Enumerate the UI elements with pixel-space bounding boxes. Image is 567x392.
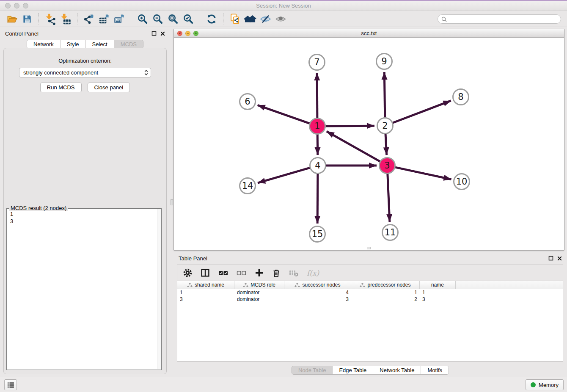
edge-1-to-7[interactable] — [317, 73, 317, 119]
import-table-button[interactable] — [58, 12, 73, 26]
graph-node-9[interactable]: 9 — [377, 54, 392, 69]
graph-node-15[interactable]: 15 — [310, 226, 325, 242]
refresh-view-button[interactable] — [204, 12, 219, 26]
edge-4-to-14[interactable] — [258, 168, 311, 183]
window-zoom-button[interactable] — [23, 3, 28, 8]
column-header-successor-nodes[interactable]: successor nodes — [284, 281, 351, 289]
tab-edge-table[interactable]: Edge Table — [332, 366, 373, 374]
network-canvas[interactable]: 1234678910111415 — [174, 38, 564, 250]
optimization-criterion-label: Optimization criterion: — [4, 58, 166, 64]
zoom-out-button[interactable] — [150, 12, 165, 26]
close-panel-icon[interactable] — [557, 256, 562, 261]
export-network-button[interactable] — [81, 12, 96, 26]
edge-1-to-6[interactable] — [258, 105, 311, 124]
tab-node-table[interactable]: Node Table — [292, 366, 333, 374]
window-minimize-button[interactable] — [14, 3, 19, 8]
graph-node-1[interactable]: 1 — [310, 119, 325, 134]
splitter-handle-icon[interactable] — [171, 199, 173, 205]
tab-network[interactable]: Network — [27, 40, 60, 48]
panel-splitter[interactable] — [170, 27, 173, 377]
edge-1-to-2[interactable] — [325, 126, 374, 126]
deselect-all-icon[interactable] — [237, 269, 246, 277]
graph-node-2[interactable]: 2 — [377, 118, 393, 134]
import-network-button[interactable] — [43, 12, 58, 26]
close-panel-button[interactable]: Close panel — [88, 83, 130, 92]
float-panel-icon[interactable] — [548, 256, 553, 261]
search-field[interactable] — [438, 14, 561, 24]
tab-mcds[interactable]: MCDS — [114, 40, 143, 48]
show-all-networks-button[interactable] — [242, 12, 258, 26]
canvas-resize-handle[interactable] — [367, 247, 371, 249]
tab-network-table[interactable]: Network Table — [373, 366, 421, 374]
table-row[interactable]: 3dominator323 — [177, 296, 563, 303]
float-panel-icon[interactable] — [151, 31, 157, 36]
zoom-in-icon — [137, 14, 149, 25]
task-history-button[interactable] — [4, 379, 17, 390]
show-graphics-details-button[interactable] — [273, 12, 288, 26]
column-header-MCDS-role[interactable]: MCDS role — [234, 281, 284, 289]
export-network-icon — [83, 14, 95, 25]
network-close-button[interactable]: × — [177, 31, 182, 36]
export-image-button[interactable] — [112, 12, 127, 26]
open-file-button[interactable] — [4, 12, 19, 26]
graph-node-11[interactable]: 11 — [383, 225, 398, 240]
edge-3-to-11[interactable] — [388, 173, 390, 222]
close-panel-icon[interactable] — [160, 31, 165, 36]
network-minimize-button[interactable]: − — [185, 31, 190, 36]
edge-4-to-15[interactable] — [317, 173, 318, 224]
graph-node-4[interactable]: 4 — [310, 158, 326, 174]
table-cell: 1 — [351, 289, 420, 296]
delete-column-icon[interactable] — [272, 268, 281, 278]
edge-2-to-3[interactable] — [385, 133, 387, 155]
add-column-icon[interactable] — [255, 268, 264, 277]
window-title: Session: New Session — [0, 1, 567, 11]
edge-2-to-8[interactable] — [392, 101, 451, 123]
column-header-name[interactable]: name — [420, 281, 456, 289]
sort-column-icon — [243, 283, 248, 287]
search-input[interactable] — [449, 16, 557, 22]
network-maximize-button[interactable]: + — [193, 31, 198, 36]
node-label: 14 — [242, 181, 253, 191]
application-window: Session: New Session — [0, 0, 567, 392]
graph-node-8[interactable]: 8 — [453, 89, 469, 105]
zoom-selected-button[interactable] — [181, 12, 196, 26]
tab-motifs[interactable]: Motifs — [421, 366, 449, 374]
criterion-selected-value: strongly connected component — [23, 69, 143, 76]
first-neighbors-button[interactable] — [227, 12, 242, 26]
run-mcds-button[interactable]: Run MCDS — [40, 83, 82, 92]
column-header-shared-name[interactable]: shared name — [177, 281, 234, 289]
node-label: 2 — [382, 121, 388, 131]
graph-node-3[interactable]: 3 — [380, 158, 395, 174]
zoom-out-icon — [152, 14, 164, 25]
edge-3-to-1[interactable] — [327, 131, 381, 162]
edge-2-to-9[interactable] — [384, 72, 385, 119]
table-row[interactable]: 1dominator411 — [177, 289, 563, 296]
tab-select[interactable]: Select — [85, 40, 114, 48]
window-close-button[interactable] — [5, 3, 11, 8]
status-bar: Memory — [0, 377, 567, 392]
memory-button[interactable]: Memory — [526, 379, 564, 390]
column-header-predecessor-nodes[interactable]: predecessor nodes — [351, 281, 420, 289]
zoom-in-button[interactable] — [135, 12, 150, 26]
split-view-icon[interactable] — [201, 268, 210, 277]
hide-selected-button[interactable] — [258, 12, 273, 26]
criterion-select[interactable]: strongly connected component — [19, 68, 151, 77]
save-session-button[interactable] — [19, 12, 35, 26]
control-panel-tabs: NetworkStyleSelectMCDS — [27, 40, 143, 49]
node-label: 11 — [385, 227, 396, 237]
select-all-icon[interactable] — [218, 269, 228, 277]
node-label: 15 — [312, 229, 323, 239]
table-settings-icon[interactable] — [183, 268, 192, 277]
refresh-icon — [206, 14, 217, 25]
export-table-button[interactable] — [96, 12, 112, 26]
network-graph[interactable]: 1234678910111415 — [174, 38, 564, 250]
zoom-fit-button[interactable] — [165, 12, 181, 26]
graph-node-14[interactable]: 14 — [240, 178, 256, 194]
edge-1-to-4[interactable] — [317, 133, 318, 155]
graph-node-10[interactable]: 10 — [454, 174, 470, 190]
edge-3-to-10[interactable] — [394, 167, 451, 179]
graph-node-7[interactable]: 7 — [309, 55, 325, 70]
graph-node-6[interactable]: 6 — [240, 94, 256, 110]
result-scrollbar[interactable] — [157, 209, 161, 369]
tab-style[interactable]: Style — [60, 40, 85, 48]
